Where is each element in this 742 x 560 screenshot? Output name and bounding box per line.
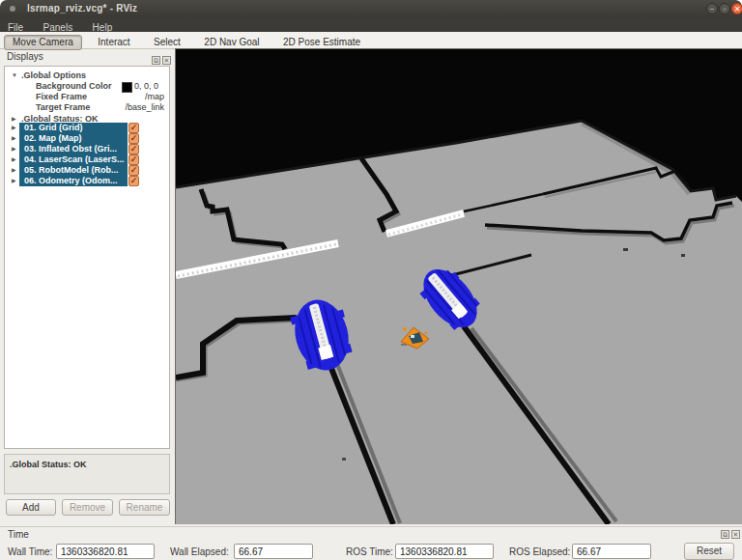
collapsed-arrow-icon[interactable]: ▶ <box>12 165 19 176</box>
ros-elapsed-label: ROS Elapsed: <box>509 544 570 560</box>
tool-2d-pose-estimate[interactable]: 2D Pose Estimate <box>275 36 368 49</box>
collapsed-arrow-icon[interactable]: ▶ <box>12 176 19 186</box>
remove-button[interactable]: Remove <box>62 499 113 516</box>
wall-elapsed-label: Wall Elapsed: <box>170 544 229 560</box>
wall-time-input[interactable] <box>56 544 155 559</box>
display-label: 03. Inflated Obst (Gri... <box>24 144 117 154</box>
property-target-frame[interactable]: Target Frame /base_link <box>5 102 169 113</box>
checkbox-checked-icon[interactable]: ✓ <box>128 144 139 154</box>
checkbox-checked-icon[interactable]: ✓ <box>128 176 139 186</box>
property-background-color[interactable]: Background Color 0, 0, 0 <box>5 81 169 92</box>
collapsed-arrow-icon[interactable]: ▶ <box>12 154 19 165</box>
display-label: 02. Map (Map) <box>24 133 82 144</box>
property-value: 0, 0, 0 <box>134 81 158 92</box>
app-icon <box>10 6 15 12</box>
collapsed-arrow-icon[interactable]: ▶ <box>12 123 19 133</box>
display-label: 04. LaserScan (LaserS... <box>24 154 125 165</box>
wall-elapsed-input[interactable] <box>234 544 313 559</box>
float-panel-icon[interactable]: ⧉ <box>721 530 729 539</box>
tool-2d-nav-goal[interactable]: 2D Nav Goal <box>196 36 267 49</box>
ros-time-label: ROS Time: <box>346 544 393 560</box>
display-label: 01. Grid (Grid) <box>24 123 83 133</box>
close-button[interactable]: ✕ <box>731 3 742 14</box>
displays-panel: Displays ⧉ ✕ ▼ .Global Options Backgroun… <box>0 48 174 521</box>
expanded-arrow-icon[interactable]: ▼ <box>12 70 19 81</box>
tool-interact[interactable]: Interact <box>90 36 137 49</box>
display-row-inflated-obst[interactable]: ▶ 03. Inflated Obst (Gri... ✓ <box>5 144 169 154</box>
display-row-odometry[interactable]: ▶ 06. Odometry (Odom... ✓ <box>5 176 169 186</box>
menu-bar: File Panels Help <box>0 17 742 32</box>
property-value: /map <box>145 92 164 102</box>
rename-button[interactable]: Rename <box>119 499 170 516</box>
property-fixed-frame[interactable]: Fixed Frame /map <box>5 92 169 102</box>
collapsed-arrow-icon[interactable]: ▶ <box>12 133 19 144</box>
display-row-grid[interactable]: ▶ 01. Grid (Grid) ✓ <box>5 123 169 133</box>
wall-time-label: Wall Time: <box>8 544 52 560</box>
collapsed-arrow-icon[interactable]: ▶ <box>12 144 19 154</box>
minimize-button[interactable]: − <box>706 3 718 14</box>
map-speck <box>342 458 346 461</box>
property-name: Target Frame <box>36 102 90 113</box>
display-label: 05. RobotModel (Rob... <box>24 165 119 176</box>
displays-panel-title: Displays <box>7 51 43 62</box>
checkbox-checked-icon[interactable]: ✓ <box>128 123 139 133</box>
reset-button[interactable]: Reset <box>684 543 734 560</box>
display-label: 06. Odometry (Odom... <box>24 176 118 186</box>
displays-tree: ▼ .Global Options Background Color 0, 0,… <box>4 66 170 449</box>
close-panel-icon[interactable]: ✕ <box>731 530 740 539</box>
property-name: Background Color <box>36 81 112 92</box>
time-panel-title: Time <box>8 529 29 540</box>
ros-time-input[interactable] <box>395 544 494 559</box>
map-speck <box>681 254 685 257</box>
checkbox-checked-icon[interactable]: ✓ <box>128 133 139 144</box>
time-panel: Time ⧉ ✕ Wall Time: Wall Elapsed: ROS Ti… <box>0 526 742 560</box>
display-row-map[interactable]: ▶ 02. Map (Map) ✓ <box>5 133 169 144</box>
tool-bar: Move Camera Interact Select 2D Nav Goal … <box>0 32 742 49</box>
property-value: /base_link <box>125 102 164 113</box>
global-options-label: .Global Options <box>21 70 86 81</box>
float-panel-icon[interactable]: ⧉ <box>152 56 160 65</box>
checkbox-checked-icon[interactable]: ✓ <box>128 165 139 176</box>
display-row-robotmodel[interactable]: ▶ 05. RobotModel (Rob... ✓ <box>5 165 169 176</box>
checkbox-checked-icon[interactable]: ✓ <box>128 154 139 165</box>
display-row-laserscan[interactable]: ▶ 04. LaserScan (LaserS... ✓ <box>5 154 169 165</box>
property-name: Fixed Frame <box>36 92 87 102</box>
rviz-window: lsrmap_rviz.vcg* - RViz − ▫ ✕ File Panel… <box>0 0 742 560</box>
title-bar[interactable]: lsrmap_rviz.vcg* - RViz − ▫ ✕ <box>0 0 742 17</box>
global-status-box: .Global Status: OK <box>4 454 170 494</box>
map-3d-scene <box>176 49 742 524</box>
render-viewport[interactable] <box>175 48 742 524</box>
map-speck <box>623 248 628 251</box>
tool-select[interactable]: Select <box>146 36 188 49</box>
tree-item-global-options[interactable]: ▼ .Global Options <box>5 70 169 81</box>
maximize-button[interactable]: ▫ <box>719 3 730 14</box>
add-button[interactable]: Add <box>6 499 56 516</box>
ros-elapsed-input[interactable] <box>572 544 651 559</box>
close-panel-icon[interactable]: ✕ <box>162 56 171 65</box>
window-title: lsrmap_rviz.vcg* - RViz <box>27 3 137 14</box>
